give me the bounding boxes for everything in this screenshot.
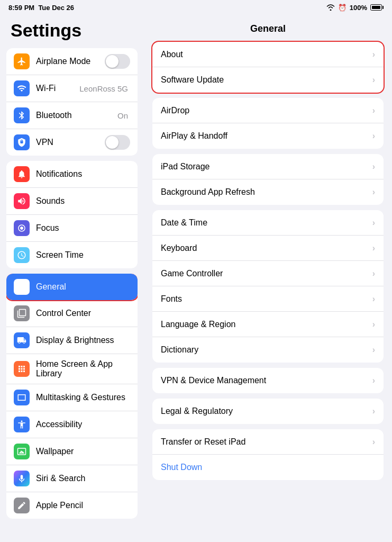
legal-chevron: › <box>372 406 375 416</box>
vpn-toggle[interactable] <box>105 135 130 150</box>
datetime-chevron: › <box>372 218 375 228</box>
transfer-chevron: › <box>372 437 375 447</box>
airplane-icon <box>14 53 30 69</box>
bluetooth-label: Bluetooth <box>36 111 117 120</box>
notifications-icon <box>14 166 30 182</box>
siri-label: Siri & Search <box>36 474 130 483</box>
status-time-date: 8:59 PM Tue Dec 26 <box>8 4 74 12</box>
wifi-icon <box>326 4 335 11</box>
wifi-value: LeonRoss 5G <box>79 84 128 93</box>
settings-row-about[interactable]: About › <box>152 42 384 67</box>
sidebar-item-notifications[interactable]: Notifications <box>6 161 138 188</box>
settings-row-softwareupdate[interactable]: Software Update › <box>152 67 384 93</box>
settings-row-vpn-mgmt[interactable]: VPN & Device Management › <box>152 368 384 393</box>
panel-title: General <box>152 20 384 42</box>
settings-row-language[interactable]: Language & Region › <box>152 312 384 337</box>
homescreen-icon <box>14 361 30 377</box>
settings-row-ipad-storage[interactable]: iPad Storage › <box>152 154 384 179</box>
settings-row-transfer[interactable]: Transfer or Reset iPad › <box>152 429 384 455</box>
language-label: Language & Region <box>161 320 372 329</box>
settings-group-about: About › Software Update › <box>152 42 384 93</box>
settings-row-shutdown[interactable]: Shut Down <box>152 455 384 480</box>
vpn-label: VPN <box>36 138 105 147</box>
sidebar-item-airplane[interactable]: Airplane Mode <box>6 48 138 75</box>
status-icons: ⏰ 100% <box>326 4 384 12</box>
general-label: General <box>36 282 130 292</box>
softwareupdate-label: Software Update <box>161 75 372 85</box>
sidebar-item-pencil[interactable]: Apple Pencil <box>6 492 138 519</box>
settings-row-airdrop[interactable]: AirDrop › <box>152 98 384 123</box>
settings-group-transfer: Transfer or Reset iPad › Shut Down <box>152 429 384 480</box>
settings-group-legal: Legal & Regulatory › <box>152 399 384 424</box>
bluetooth-icon <box>14 107 30 123</box>
sidebar-item-homescreen[interactable]: Home Screen & App Library <box>6 354 138 384</box>
ipad-storage-label: iPad Storage <box>161 162 372 171</box>
vpn-icon <box>14 134 30 150</box>
settings-group-airdrop: AirDrop › AirPlay & Handoff › <box>152 98 384 149</box>
airplay-label: AirPlay & Handoff <box>161 131 372 141</box>
controlcenter-label: Control Center <box>36 309 130 318</box>
alarm-icon: ⏰ <box>338 4 347 12</box>
right-panel: General About › Software Update › AirDro… <box>144 15 392 542</box>
bluetooth-value: On <box>117 111 128 120</box>
sidebar-item-controlcenter[interactable]: Control Center <box>6 300 138 327</box>
about-chevron: › <box>372 50 375 59</box>
wifi-setting-icon <box>14 80 30 96</box>
vpn-mgmt-label: VPN & Device Management <box>161 376 372 385</box>
sidebar-item-display[interactable]: Display & Brightness <box>6 327 138 354</box>
dictionary-chevron: › <box>372 345 375 355</box>
siri-icon <box>14 471 30 486</box>
wallpaper-label: Wallpaper <box>36 447 130 456</box>
settings-group-vpn: VPN & Device Management › <box>152 368 384 393</box>
keyboard-chevron: › <box>372 243 375 253</box>
sidebar-item-focus[interactable]: Focus <box>6 215 138 242</box>
airplane-toggle[interactable] <box>105 54 130 69</box>
focus-icon <box>14 220 30 236</box>
screentime-icon <box>14 247 30 263</box>
pencil-icon <box>14 498 30 513</box>
gamecontroller-label: Game Controller <box>161 269 372 278</box>
settings-row-fonts[interactable]: Fonts › <box>152 286 384 312</box>
focus-label: Focus <box>36 223 130 233</box>
settings-row-dictionary[interactable]: Dictionary › <box>152 337 384 363</box>
shutdown-label: Shut Down <box>161 463 375 472</box>
sidebar-item-screentime[interactable]: Screen Time <box>6 242 138 268</box>
display-label: Display & Brightness <box>36 336 130 345</box>
display-icon <box>14 332 30 348</box>
settings-row-background[interactable]: Background App Refresh › <box>152 179 384 205</box>
settings-row-airplay[interactable]: AirPlay & Handoff › <box>152 123 384 149</box>
multitasking-label: Multitasking & Gestures <box>36 393 130 402</box>
transfer-label: Transfer or Reset iPad <box>161 437 372 447</box>
fonts-chevron: › <box>372 294 375 304</box>
settings-row-gamecontroller[interactable]: Game Controller › <box>152 261 384 286</box>
wifi-label: Wi-Fi <box>36 84 79 93</box>
sidebar-item-bluetooth[interactable]: Bluetooth On <box>6 102 138 129</box>
sidebar-item-multitasking[interactable]: Multitasking & Gestures <box>6 384 138 411</box>
wallpaper-icon <box>14 444 30 459</box>
homescreen-label: Home Screen & App Library <box>36 359 130 378</box>
sidebar-item-accessibility[interactable]: Accessibility <box>6 411 138 438</box>
sidebar-item-siri[interactable]: Siri & Search <box>6 465 138 492</box>
sounds-label: Sounds <box>36 196 130 206</box>
settings-row-legal[interactable]: Legal & Regulatory › <box>152 399 384 424</box>
accessibility-icon <box>14 417 30 432</box>
settings-row-keyboard[interactable]: Keyboard › <box>152 236 384 261</box>
sidebar-item-sounds[interactable]: Sounds <box>6 188 138 215</box>
general-icon <box>14 279 30 295</box>
settings-row-datetime[interactable]: Date & Time › <box>152 210 384 236</box>
background-label: Background App Refresh <box>161 187 372 197</box>
sidebar-section-general: General Control Center Display & Brightn… <box>6 274 138 519</box>
dictionary-label: Dictionary <box>161 345 372 355</box>
sidebar-item-wallpaper[interactable]: Wallpaper <box>6 438 138 465</box>
status-bar: 8:59 PM Tue Dec 26 ⏰ 100% <box>0 0 392 15</box>
keyboard-label: Keyboard <box>161 243 372 253</box>
softwareupdate-chevron: › <box>372 75 375 85</box>
sidebar-section-network: Airplane Mode Wi-Fi LeonRoss 5G Bluetoot… <box>6 48 138 156</box>
airdrop-chevron: › <box>372 106 375 115</box>
sidebar-item-vpn[interactable]: VPN <box>6 129 138 156</box>
background-chevron: › <box>372 187 375 197</box>
language-chevron: › <box>372 320 375 329</box>
settings-group-datetime: Date & Time › Keyboard › Game Controller… <box>152 210 384 363</box>
sidebar-item-wifi[interactable]: Wi-Fi LeonRoss 5G <box>6 75 138 102</box>
sidebar-item-general[interactable]: General <box>6 274 138 300</box>
